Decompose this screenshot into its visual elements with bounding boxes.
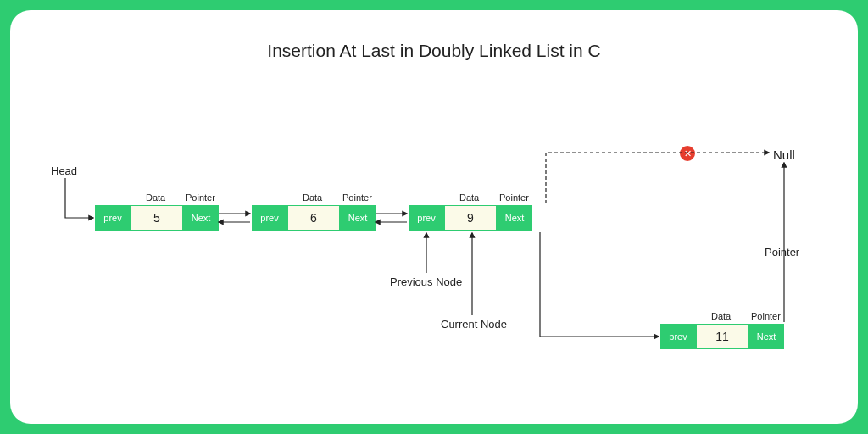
- node-prev-cell: prev: [409, 205, 444, 231]
- label-null: Null: [773, 147, 795, 162]
- node-2: prev 6 Next: [252, 205, 376, 231]
- label-current-node: Current Node: [441, 318, 507, 331]
- label-head: Head: [51, 164, 77, 177]
- node-next-cell: Next: [183, 205, 219, 231]
- label-data: Data: [711, 311, 731, 321]
- node-1: prev 5 Next: [95, 205, 219, 231]
- node-data-cell: 5: [131, 205, 183, 231]
- label-pointer: Pointer: [186, 192, 215, 203]
- node-next-cell: Next: [497, 205, 532, 231]
- label-data: Data: [303, 192, 322, 203]
- label-pointer: Pointer: [751, 311, 781, 321]
- node-4: prev 11 Next: [660, 324, 784, 349]
- node-next-cell: Next: [748, 324, 784, 349]
- label-data: Data: [146, 192, 165, 203]
- node-3: prev 9 Next: [409, 205, 532, 231]
- label-pointer-side: Pointer: [765, 246, 799, 259]
- label-pointer: Pointer: [342, 192, 372, 203]
- cross-icon: ✕: [680, 146, 695, 161]
- node-prev-cell: prev: [252, 205, 287, 231]
- node-data-cell: 6: [287, 205, 340, 231]
- page-title: Insertion At Last in Doubly Linked List …: [10, 41, 858, 61]
- label-data: Data: [459, 192, 479, 203]
- node-prev-cell: prev: [660, 324, 696, 349]
- label-previous-node: Previous Node: [390, 275, 462, 288]
- node-data-cell: 9: [444, 205, 497, 231]
- label-pointer: Pointer: [499, 192, 529, 203]
- diagram-canvas: Insertion At Last in Doubly Linked List …: [10, 10, 858, 424]
- node-next-cell: Next: [340, 205, 376, 231]
- node-prev-cell: prev: [95, 205, 131, 231]
- node-data-cell: 11: [696, 324, 748, 349]
